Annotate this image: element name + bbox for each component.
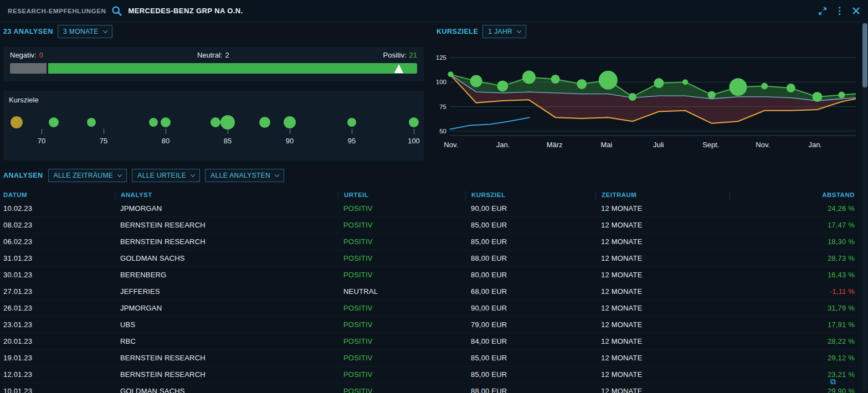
instrument-title: MERCEDES-BENZ GRP NA O.N. <box>128 7 243 15</box>
kursziel-dot <box>87 118 96 127</box>
cell-kursziel: 79,00 EUR <box>465 320 595 329</box>
x-axis-label: Nov. <box>756 141 770 149</box>
y-axis-label: 50 <box>439 128 446 135</box>
cell-urteil: POSITIV <box>338 354 465 362</box>
kebab-menu-icon[interactable]: ⋮ <box>833 6 846 15</box>
cell-datum: 10.01.23 <box>0 387 115 393</box>
table-header: DATUM ANALYST URTEIL KURSZIEL ZEITRAUM A… <box>0 190 859 200</box>
cell-zeitraum: 12 MONATE <box>595 387 730 393</box>
cell-zeitraum: 12 MONATE <box>595 271 730 279</box>
cell-zeitraum: 12 MONATE <box>595 237 730 246</box>
kursziel-dot <box>347 118 356 127</box>
positive-count: Positiv: 21 <box>383 51 417 59</box>
col-header-abstand[interactable]: ABSTAND <box>730 191 859 199</box>
cell-analyst: BERNSTEIN RESEARCH <box>115 221 338 229</box>
cell-urteil: NEUTRAL <box>338 287 465 296</box>
table-row[interactable]: 31.01.23GOLDMAN SACHSPOSITIV88,00 EUR12 … <box>0 250 859 267</box>
kursziele-chart[interactable]: 1251007550 <box>436 53 857 142</box>
analyses-period-select[interactable]: 3 MONATE <box>58 25 112 38</box>
x-axis-label: Sept. <box>702 141 719 149</box>
axis-tick <box>228 129 228 134</box>
axis-tick <box>166 129 166 134</box>
col-header-urteil[interactable]: URTEIL <box>338 191 465 199</box>
table-row[interactable]: 10.01.23GOLDMAN SACHSPOSITIV88,00 EUR12 … <box>0 383 859 393</box>
cell-urteil: POSITIV <box>338 271 465 279</box>
axis-tick <box>414 129 414 134</box>
cell-analyst: GOLDMAN SACHS <box>115 254 338 262</box>
cell-abstand: 29,12 % <box>730 354 859 362</box>
col-header-kursziel[interactable]: KURSZIEL <box>465 191 595 199</box>
table-row[interactable]: 06.02.23BERNSTEIN RESEARCHPOSITIV85,00 E… <box>0 234 859 250</box>
cell-kursziel: 85,00 EUR <box>465 354 595 362</box>
cell-urteil: POSITIV <box>338 304 465 312</box>
link-window-icon[interactable]: ⧉ <box>830 377 836 386</box>
table-row[interactable]: 23.01.23UBSPOSITIV79,00 EUR12 MONATE17,9… <box>0 317 859 333</box>
analyst-filter-select[interactable]: ALLE ANALYSTEN <box>205 169 284 182</box>
neutral-value: 2 <box>225 51 229 59</box>
y-axis-label: 75 <box>439 104 446 110</box>
neutral-count: Neutral: 2 <box>197 51 229 59</box>
kursziel-bubble <box>812 92 822 102</box>
urteil-filter-select[interactable]: ALLE URTEILE <box>132 169 200 182</box>
zeitraum-filter-select[interactable]: ALLE ZEITRÄUME <box>48 169 127 182</box>
cell-kursziel: 68,00 EUR <box>465 287 595 296</box>
cell-analyst: BERNSTEIN RESEARCH <box>115 370 338 379</box>
cell-kursziel: 88,00 EUR <box>465 254 595 262</box>
target-chart-period-value: 1 JAHR <box>488 28 512 35</box>
sentiment-bar-marker <box>394 64 403 73</box>
analyses-filters: ANALYSEN ALLE ZEITRÄUME ALLE URTEILE ALL… <box>3 169 284 182</box>
cell-zeitraum: 12 MONATE <box>595 370 730 379</box>
close-icon[interactable] <box>852 7 860 15</box>
analyses-count-label: 23 ANALYSEN <box>3 28 53 35</box>
cell-abstand: 29,90 % <box>730 387 859 393</box>
cell-zeitraum: 12 MONATE <box>595 204 730 213</box>
scrollbar-thumb[interactable] <box>862 23 867 87</box>
cell-abstand: 23,21 % <box>730 370 859 379</box>
col-header-zeitraum[interactable]: ZEITRAUM <box>595 191 730 199</box>
cell-datum: 12.01.23 <box>0 370 115 379</box>
kursziel-dot <box>220 115 235 130</box>
col-header-datum[interactable]: DATUM <box>0 191 115 199</box>
kursziel-dot <box>284 116 296 128</box>
table-row[interactable]: 08.02.23BERNSTEIN RESEARCHPOSITIV85,00 E… <box>0 217 859 234</box>
cell-zeitraum: 12 MONATE <box>595 287 730 296</box>
y-axis-label: 125 <box>436 54 446 61</box>
search-icon[interactable] <box>111 6 122 17</box>
table-row[interactable]: 19.01.23BERNSTEIN RESEARCHPOSITIV85,00 E… <box>0 350 859 366</box>
table-row[interactable]: 30.01.23BERENBERGPOSITIV80,00 EUR12 MONA… <box>0 267 859 283</box>
col-header-analyst[interactable]: ANALYST <box>115 191 338 199</box>
cell-datum: 06.02.23 <box>0 237 115 246</box>
axis-tick-label: 80 <box>162 137 170 145</box>
cell-datum: 19.01.23 <box>0 354 115 362</box>
cell-urteil: POSITIV <box>338 204 465 213</box>
table-row[interactable]: 10.02.23JPMORGANPOSITIV90,00 EUR12 MONAT… <box>0 200 859 217</box>
cell-datum: 10.02.23 <box>0 204 115 213</box>
table-row[interactable]: 26.01.23JPMORGANPOSITIV90,00 EUR12 MONAT… <box>0 300 859 317</box>
chevron-down-icon <box>517 28 521 33</box>
target-chart-period-select[interactable]: 1 JAHR <box>482 25 526 38</box>
x-axis-label: Jan. <box>808 141 822 149</box>
axis-tick-label: 75 <box>100 137 107 145</box>
cell-analyst: GOLDMAN SACHS <box>115 387 338 393</box>
neutral-label: Neutral: <box>197 51 223 59</box>
table-row[interactable]: 20.01.23RBCPOSITIV84,00 EUR12 MONATE28,2… <box>0 333 859 350</box>
zeitraum-filter-value: ALLE ZEITRÄUME <box>54 172 114 179</box>
table-row[interactable]: 12.01.23BERNSTEIN RESEARCHPOSITIV85,00 E… <box>0 366 859 383</box>
cell-kursziel: 80,00 EUR <box>465 271 595 279</box>
cell-abstand: 17,47 % <box>730 221 859 229</box>
kursziele-dotplot[interactable]: 707580859095100 <box>3 91 424 161</box>
cell-datum: 08.02.23 <box>0 221 115 229</box>
cell-analyst: RBC <box>115 337 338 345</box>
cell-abstand: 18,30 % <box>730 237 859 246</box>
cell-urteil: POSITIV <box>338 337 465 345</box>
cell-urteil: POSITIV <box>338 254 465 262</box>
kursziel-dot <box>259 117 270 128</box>
kursziel-bubble <box>654 78 664 88</box>
analyses-period-value: 3 MONATE <box>63 28 99 35</box>
axis-tick-label: 90 <box>286 137 294 145</box>
expand-icon[interactable] <box>818 7 827 15</box>
table-row[interactable]: 27.01.23JEFFERIESNEUTRAL68,00 EUR12 MONA… <box>0 283 859 300</box>
axis-tick-label: 70 <box>38 137 45 145</box>
x-axis-label: Jan. <box>496 141 510 149</box>
kursziel-bubble <box>629 93 636 101</box>
